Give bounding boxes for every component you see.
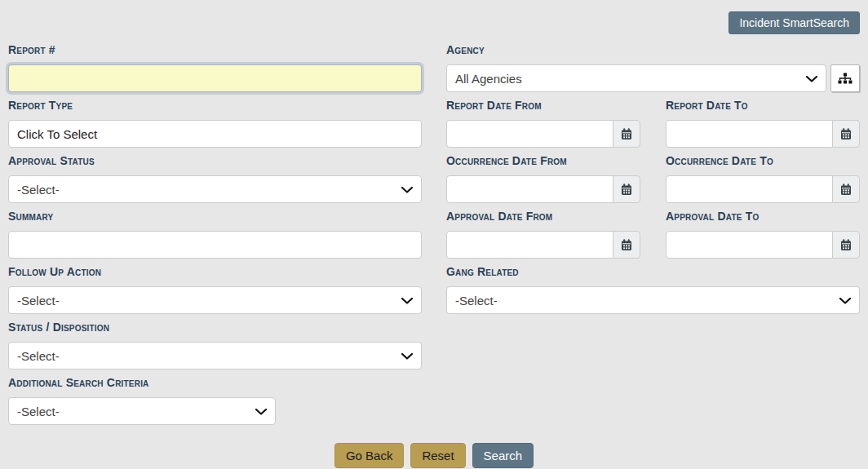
report-number-input[interactable] <box>8 64 422 92</box>
chevron-down-icon <box>401 353 413 360</box>
approval-status-group: Approval Status -Select- <box>8 155 422 203</box>
chevron-down-icon <box>255 409 267 415</box>
follow-up-action-select[interactable]: -Select- <box>8 286 422 314</box>
approval-date-from-calendar-button[interactable] <box>613 231 640 259</box>
incident-search-page: Incident SmartSearch Report # Report Typ… <box>0 0 868 469</box>
report-date-from-input[interactable] <box>446 120 613 148</box>
occurrence-date-row: Occurrence Date From <box>446 155 860 203</box>
approval-status-value: -Select- <box>17 183 60 197</box>
occurrence-date-from-group: Occurrence Date From <box>446 155 640 203</box>
search-form: Report # Report Type Approval Status -Se… <box>0 44 868 432</box>
additional-search-criteria-group: Additional Search Criteria -Select- <box>8 377 422 425</box>
approval-date-to-calendar-button[interactable] <box>832 231 860 259</box>
occurrence-date-to-input[interactable] <box>666 175 833 203</box>
go-back-button[interactable]: Go Back <box>334 443 405 468</box>
additional-search-criteria-value: -Select- <box>17 405 60 418</box>
occurrence-date-to-group: Occurrence Date To <box>666 155 860 203</box>
reset-button[interactable]: Reset <box>410 443 465 468</box>
approval-status-label: Approval Status <box>8 155 422 167</box>
report-date-to-calendar-button[interactable] <box>832 120 860 148</box>
right-column: Agency All Agencies <box>446 44 860 432</box>
follow-up-action-group: Follow Up Action -Select- <box>8 266 422 314</box>
status-disposition-value: -Select- <box>17 349 60 363</box>
report-number-group: Report # <box>8 44 422 92</box>
follow-up-action-value: -Select- <box>17 294 60 308</box>
approval-date-from-input[interactable] <box>446 231 613 259</box>
report-date-from-calendar-button[interactable] <box>613 120 640 148</box>
sitemap-icon <box>838 73 852 85</box>
calendar-icon <box>840 239 852 251</box>
agency-select[interactable]: All Agencies <box>446 64 826 92</box>
approval-date-from-label: Approval Date From <box>446 210 640 223</box>
calendar-icon <box>840 128 852 140</box>
agency-value: All Agencies <box>455 72 522 86</box>
chevron-down-icon <box>401 187 413 193</box>
calendar-icon <box>621 239 632 251</box>
chevron-down-icon <box>839 298 851 304</box>
report-date-from-label: Report Date From <box>446 100 640 112</box>
action-button-row: Go Back Reset Search <box>0 443 868 468</box>
report-type-label: Report Type <box>8 100 422 112</box>
top-bar: Incident SmartSearch <box>0 0 868 44</box>
incident-smartsearch-button[interactable]: Incident SmartSearch <box>728 11 860 34</box>
report-number-label: Report # <box>8 44 422 56</box>
gang-related-group: Gang Related -Select- <box>446 266 860 314</box>
chevron-down-icon <box>401 298 413 304</box>
status-disposition-label: Status / Disposition <box>8 321 422 334</box>
follow-up-action-label: Follow Up Action <box>8 266 422 278</box>
occurrence-date-to-label: Occurrence Date To <box>666 155 860 167</box>
calendar-icon <box>621 128 632 140</box>
approval-date-to-group: Approval Date To <box>666 210 860 259</box>
gang-related-value: -Select- <box>455 294 498 308</box>
left-column: Report # Report Type Approval Status -Se… <box>8 44 422 432</box>
additional-search-criteria-select[interactable]: -Select- <box>8 397 276 425</box>
status-disposition-group: Status / Disposition -Select- <box>8 321 422 369</box>
report-type-group: Report Type <box>8 100 422 148</box>
approval-date-row: Approval Date From <box>446 210 860 259</box>
approval-date-to-input[interactable] <box>666 231 833 259</box>
gang-related-label: Gang Related <box>446 266 860 278</box>
approval-date-from-group: Approval Date From <box>446 210 640 259</box>
report-date-from-group: Report Date From <box>446 100 640 148</box>
calendar-icon <box>621 184 632 196</box>
agency-group: Agency All Agencies <box>446 44 860 92</box>
status-disposition-select[interactable]: -Select- <box>8 342 422 369</box>
approval-date-to-label: Approval Date To <box>666 210 860 223</box>
occurrence-date-from-calendar-button[interactable] <box>613 175 640 203</box>
search-button[interactable]: Search <box>472 443 534 468</box>
report-date-to-group: Report Date To <box>666 100 860 148</box>
report-date-row: Report Date From <box>446 100 860 148</box>
occurrence-date-to-calendar-button[interactable] <box>832 175 860 203</box>
occurrence-date-from-label: Occurrence Date From <box>446 155 640 167</box>
report-date-to-label: Report Date To <box>666 100 860 112</box>
agency-tree-lookup-button[interactable] <box>830 64 860 92</box>
summary-label: Summary <box>8 210 422 223</box>
gang-related-select[interactable]: -Select- <box>446 286 860 314</box>
agency-label: Agency <box>446 44 860 56</box>
summary-group: Summary <box>8 210 422 259</box>
approval-status-select[interactable]: -Select- <box>8 175 422 203</box>
calendar-icon <box>840 184 852 196</box>
occurrence-date-from-input[interactable] <box>446 175 613 203</box>
summary-input[interactable] <box>8 231 422 259</box>
chevron-down-icon <box>806 76 817 82</box>
report-date-to-input[interactable] <box>666 120 833 148</box>
report-type-input[interactable] <box>8 120 422 148</box>
additional-search-criteria-label: Additional Search Criteria <box>8 377 422 389</box>
